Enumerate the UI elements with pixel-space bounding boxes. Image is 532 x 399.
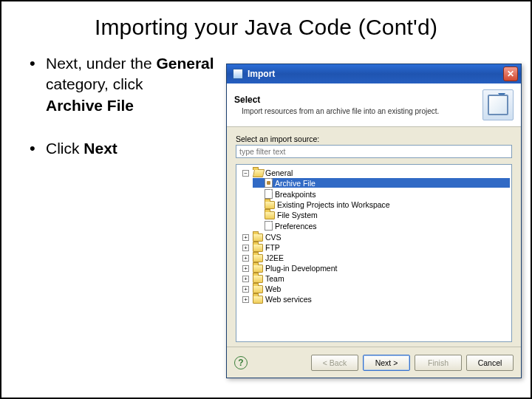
help-button[interactable]: ? [234,356,248,369]
tree-label: Archive File [275,179,316,188]
import-icon [482,89,514,120]
tree-item[interactable]: +Plug-in Development [239,263,510,273]
tree-label: Preferences [275,222,317,231]
expand-icon[interactable]: + [242,286,249,293]
expand-icon[interactable]: + [242,265,249,272]
dialog-footer: ? < Back Next > Finish Cancel [227,347,521,378]
tree-item[interactable]: Breakpoints [251,188,510,200]
bullet-text: Next, under the [46,55,156,72]
tree-item[interactable]: Existing Projects into Workspace [251,200,510,210]
archive-icon [265,178,273,188]
tree-label: File System [277,211,318,219]
tree-item[interactable]: +Web [239,284,510,294]
window-title: Import [248,69,275,79]
folder-icon [253,296,263,304]
window-icon [233,69,243,79]
tree-item[interactable]: +J2EE [239,253,510,263]
folder-open-icon [253,169,263,177]
expand-icon[interactable]: + [242,255,249,262]
tree-item[interactable]: +Team [239,273,510,284]
folder-icon [253,275,263,283]
close-button[interactable]: ✕ [503,66,518,81]
folder-icon [253,233,263,242]
cancel-button[interactable]: Cancel [466,355,514,371]
next-button[interactable]: Next > [363,355,410,371]
file-icon [265,221,273,231]
folder-icon [265,211,275,219]
expand-icon[interactable]: + [242,245,249,251]
tree-label: J2EE [265,253,284,262]
dialog-content: Select an import source: −GeneralArchive… [227,127,521,347]
bullet-text: Click [46,140,83,157]
tree-item[interactable]: Archive File [251,177,510,188]
expand-icon[interactable]: + [242,296,249,303]
banner-description: Import resources from an archive file in… [234,107,439,115]
bold-archive: Archive File [46,97,134,114]
tree-label: Existing Projects into Workspace [277,200,390,209]
tree-label: FTP [265,243,280,252]
folder-icon [253,285,263,293]
slide-title: Importing your Java Code (Cont'd) [1,15,531,40]
collapse-icon[interactable]: − [242,170,249,177]
bullet-general: Next, under the General category, click … [30,53,222,116]
bold-general: General [156,55,214,72]
folder-icon [265,201,275,209]
banner-heading: Select [234,95,439,105]
bullet-text: category, click [46,75,143,92]
expand-icon[interactable]: + [242,234,249,241]
folder-icon [253,254,263,262]
tree-item[interactable]: Preferences [251,220,510,231]
finish-button: Finish [415,355,462,371]
titlebar[interactable]: Import ✕ [227,64,521,83]
filter-label: Select an import source: [236,134,512,143]
tree-label: Team [265,274,284,283]
folder-icon [253,265,263,273]
tree-label: Web services [265,295,312,304]
bold-next: Next [83,140,117,157]
tree-item[interactable]: File System [251,210,510,220]
tree-item[interactable]: +FTP [239,242,510,253]
import-dialog: Import ✕ Select Import resources from an… [226,64,522,378]
tree-label: Breakpoints [275,190,316,199]
bullet-next: Click Next [30,138,222,159]
tree-label: Web [265,284,281,293]
tree-item[interactable]: +Web services [239,294,510,304]
expand-icon[interactable]: + [242,276,249,282]
back-button: < Back [311,355,358,371]
banner: Select Import resources from an archive … [227,83,521,127]
filter-input[interactable] [236,145,512,158]
tree-item-general[interactable]: −GeneralArchive FileBreakpointsExisting … [239,168,510,232]
tree-view[interactable]: −GeneralArchive FileBreakpointsExisting … [236,164,512,342]
file-icon [265,189,273,199]
folder-icon [253,244,263,252]
tree-label: CVS [265,233,282,242]
tree-label: General [265,168,293,177]
tree-item[interactable]: +CVS [239,232,510,242]
tree-label: Plug-in Development [265,264,337,273]
